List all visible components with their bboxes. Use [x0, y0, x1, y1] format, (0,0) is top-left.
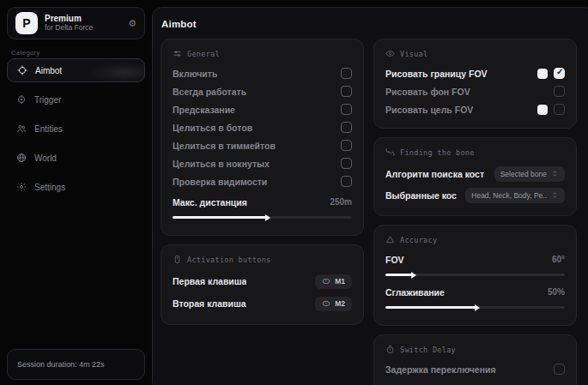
mouse-icon [322, 277, 330, 286]
app-window: P Premium for Delta Force ⚙ Category Aim… [0, 0, 588, 385]
bone-algorithm-dropdown[interactable]: Selected bone [494, 166, 565, 182]
key-label: M2 [335, 299, 345, 308]
sidebar-item-aimbot[interactable]: Aimbot [7, 58, 145, 82]
sliders-icon [173, 49, 182, 58]
sidebar-item-label: Entities [34, 124, 63, 134]
sidebar-item-settings[interactable]: Settings [7, 175, 145, 199]
mouse-icon [173, 255, 182, 264]
aim-bots-checkbox[interactable] [341, 122, 352, 133]
setting-label: Целиться в тиммейтов [173, 141, 276, 151]
eye-icon [385, 49, 395, 58]
slider-value: 60° [552, 255, 565, 264]
section-title: Switch Delay [400, 346, 456, 354]
session-duration: Session duration: 4m 22s [7, 349, 145, 380]
setting-label: Всегда работать [173, 87, 246, 97]
sidebar-nav: Aimbot Trigger Entities World [7, 58, 145, 204]
setting-row: Целиться в нокнутых [173, 154, 352, 172]
gear-icon [16, 182, 27, 192]
max-distance-slider[interactable] [173, 216, 352, 219]
prediction-checkbox[interactable] [341, 104, 352, 115]
sidebar-item-label: Settings [34, 183, 65, 192]
setting-row: Рисовать границу FOV [385, 64, 565, 82]
page-title: Aimbot [161, 19, 197, 29]
app-header: P Premium for Delta Force ⚙ [7, 7, 145, 39]
setting-label: Целиться в нокнутых [173, 159, 270, 169]
category-label: Category [11, 49, 40, 57]
fov-border-color-swatch[interactable] [537, 69, 548, 79]
first-key-binding[interactable]: M1 [315, 274, 352, 289]
setting-row: Всегда работать [173, 82, 352, 100]
sidebar-item-world[interactable]: World [7, 146, 145, 170]
fov-target-color-swatch[interactable] [537, 105, 548, 115]
aim-knocked-checkbox[interactable] [341, 158, 352, 169]
chevron-up-down-icon [551, 170, 559, 177]
selected-bones-dropdown[interactable]: Head, Neck, Body, Pe.. [465, 188, 565, 203]
draw-fov-border-checkbox[interactable] [554, 68, 565, 79]
sidebar: P Premium for Delta Force ⚙ Category Aim… [0, 0, 152, 385]
dropdown-value: Head, Neck, Body, Pe.. [471, 191, 547, 200]
setting-label: Рисовать границу FOV [385, 69, 488, 79]
sidebar-item-label: World [34, 153, 57, 163]
enable-checkbox[interactable] [341, 68, 352, 79]
slider-label-row: Макс. дистанция 250m [173, 193, 352, 211]
always-work-checkbox[interactable] [341, 86, 352, 97]
switch-delay-checkbox[interactable] [554, 364, 565, 375]
left-column: General Включить Всегда работать Предска… [161, 39, 364, 334]
setting-label: Целиться в ботов [173, 123, 252, 133]
sidebar-item-label: Aimbot [35, 66, 62, 75]
slider-label-row: Сглаживание 50% [385, 283, 565, 301]
aim-teammates-checkbox[interactable] [341, 140, 352, 151]
draw-fov-background-checkbox[interactable] [554, 86, 565, 97]
setting-row: Включить [173, 64, 352, 82]
section-title: Finding the bone [400, 148, 475, 157]
smoothing-slider[interactable] [385, 306, 565, 309]
app-logo: P [15, 12, 38, 34]
section-title: Visual [400, 50, 428, 58]
setting-row: Рисовать фон FOV [385, 82, 565, 100]
row-controls [537, 104, 565, 115]
trigger-icon [16, 94, 27, 105]
setting-row: Рисовать цель FOV [385, 100, 565, 118]
sidebar-item-label: Trigger [34, 95, 61, 105]
setting-row: Выбранные кос Head, Neck, Body, Pe.. [385, 184, 565, 206]
setting-label: Проверка видимости [173, 177, 267, 187]
setting-row: Целиться в ботов [173, 118, 352, 136]
setting-label: Задержка переключения [385, 364, 496, 375]
slider-value: 50% [548, 287, 565, 297]
gear-icon[interactable]: ⚙ [128, 18, 136, 29]
fov-slider[interactable] [385, 274, 565, 276]
stopwatch-icon [385, 345, 395, 354]
setting-row: Первая клавиша M1 [173, 270, 352, 292]
general-card: General Включить Всегда работать Предска… [161, 39, 364, 236]
sidebar-item-entities[interactable]: Entities [7, 117, 145, 141]
session-duration-text: Session duration: 4m 22s [17, 360, 105, 369]
setting-label: Выбранные кос [385, 190, 457, 201]
section-title: Accuracy [400, 236, 437, 244]
section-title: General [187, 50, 220, 58]
setting-label: Рисовать фон FOV [385, 87, 470, 97]
slider-label-row: Задержка переключения (мс) 1000 ms [385, 381, 565, 385]
triangle-icon [385, 235, 395, 244]
setting-label: Макс. дистанция [173, 197, 247, 208]
setting-row: Проверка видимости [173, 172, 352, 190]
bone-card: Finding the bone Алгоритм поиска кост Se… [373, 137, 577, 216]
slider-label-row: FOV 60° [385, 250, 565, 268]
visual-card: Visual Рисовать границу FOV Рисовать фон… [373, 39, 577, 129]
visibility-check-checkbox[interactable] [341, 176, 352, 187]
setting-row: Целиться в тиммейтов [173, 136, 352, 154]
section-title: Activation buttons [187, 256, 271, 264]
sidebar-item-trigger[interactable]: Trigger [7, 87, 145, 111]
setting-label: Алгоритм поиска кост [385, 169, 484, 179]
key-label: M1 [335, 277, 345, 286]
accuracy-card: Accuracy FOV 60° Сглаживание 50% [373, 225, 577, 326]
entities-icon [16, 123, 27, 134]
switch-delay-card: Switch Delay Задержка переключения Задер… [373, 334, 577, 385]
setting-label: Первая клавиша [173, 276, 246, 286]
general-section-header: General [173, 49, 352, 58]
setting-label: FOV [385, 255, 404, 265]
second-key-binding[interactable]: M2 [315, 297, 352, 311]
mouse-icon [322, 299, 330, 308]
right-column: Visual Рисовать границу FOV Рисовать фон… [373, 39, 577, 385]
row-controls [537, 68, 565, 79]
draw-fov-target-checkbox[interactable] [554, 104, 565, 115]
